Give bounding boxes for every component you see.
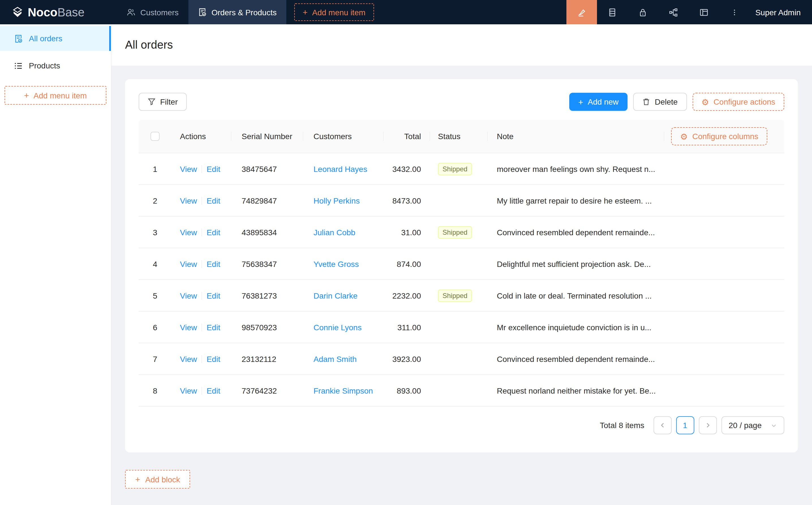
table-row[interactable]: 1 View Edit 38475647 Leonard Hayes 3432.… xyxy=(139,153,784,185)
row-actions: View Edit xyxy=(171,196,232,205)
unordered-list-icon xyxy=(14,61,23,70)
api-icon xyxy=(669,8,678,17)
total-cell: 3432.00 xyxy=(384,164,430,173)
configure-columns-button[interactable]: ⚙︎ Configure columns xyxy=(671,127,767,145)
delete-button[interactable]: Delete xyxy=(633,93,687,111)
next-page-button[interactable] xyxy=(698,416,717,434)
user-menu[interactable]: Super Admin xyxy=(750,0,812,24)
customer-link[interactable]: Darin Clarke xyxy=(313,291,358,300)
api-button[interactable] xyxy=(658,0,689,24)
note-cell: Convinced resembled dependent remainde..… xyxy=(488,228,664,237)
serial-number-cell: 74829847 xyxy=(232,196,303,205)
page-header: All orders xyxy=(112,24,812,65)
ui-editor-button[interactable] xyxy=(566,0,597,24)
status-badge: Shipped xyxy=(438,163,472,175)
database-button[interactable] xyxy=(597,0,628,24)
lock-button[interactable] xyxy=(628,0,658,24)
database-icon xyxy=(608,8,617,17)
row-index: 6 xyxy=(139,323,171,332)
navbar-item-label: Orders & Products xyxy=(211,8,276,17)
plus-icon: + xyxy=(24,91,29,100)
view-link[interactable]: View xyxy=(180,323,197,332)
page-content: Filter + Add new xyxy=(112,65,812,505)
total-cell: 311.00 xyxy=(384,323,430,332)
view-link[interactable]: View xyxy=(180,291,197,300)
customer-cell: Frankie Simpson xyxy=(303,386,384,395)
previous-page-button[interactable] xyxy=(653,416,671,434)
app: NocoBase Customers xyxy=(0,0,812,505)
view-link[interactable]: View xyxy=(180,386,197,395)
navbar-item-label: Customers xyxy=(140,8,178,17)
customer-link[interactable]: Leonard Hayes xyxy=(313,164,367,173)
action-divider xyxy=(201,355,202,363)
column-header-actions: Actions xyxy=(171,132,232,141)
view-link[interactable]: View xyxy=(180,259,197,268)
serial-number-cell: 73764232 xyxy=(232,386,303,395)
sidebar: All orders Products + Add menu item xyxy=(0,24,112,505)
table-row[interactable]: 3 View Edit 43895834 Julian Cobb 31.00 S… xyxy=(139,216,784,248)
customer-link[interactable]: Connie Lyons xyxy=(313,323,362,332)
page-size-select[interactable]: 20 / page xyxy=(721,416,784,434)
serial-number-cell: 98570923 xyxy=(232,323,303,332)
navbar-item-customers[interactable]: Customers xyxy=(117,0,188,24)
edit-link[interactable]: Edit xyxy=(207,323,220,332)
customer-link[interactable]: Julian Cobb xyxy=(313,228,355,237)
total-cell: 874.00 xyxy=(384,259,430,268)
table-row[interactable]: 7 View Edit 23132112 Adam Smith 3923.00 … xyxy=(139,343,784,375)
sidebar-item-all-orders[interactable]: All orders xyxy=(0,26,111,51)
table-row[interactable]: 4 View Edit 75638347 Yvette Gross 874.00… xyxy=(139,248,784,280)
action-divider xyxy=(201,386,202,394)
table-row[interactable]: 6 View Edit 98570923 Connie Lyons 311.00… xyxy=(139,312,784,343)
view-link[interactable]: View xyxy=(180,354,197,363)
users-icon xyxy=(127,8,135,16)
page-number-button[interactable]: 1 xyxy=(676,416,694,434)
status-badge: Shipped xyxy=(438,226,472,238)
table-row[interactable]: 8 View Edit 73764232 Frankie Simpson 893… xyxy=(139,375,784,406)
edit-link[interactable]: Edit xyxy=(207,259,220,268)
table-row[interactable]: 2 View Edit 74829847 Holly Perkins 8473.… xyxy=(139,185,784,216)
more-button[interactable] xyxy=(719,0,750,24)
select-all-checkbox[interactable] xyxy=(150,132,160,141)
chevron-down-icon xyxy=(771,422,777,429)
lock-icon xyxy=(638,8,647,17)
view-link[interactable]: View xyxy=(180,164,197,173)
configure-actions-button[interactable]: ⚙︎ Configure actions xyxy=(692,93,784,111)
row-actions: View Edit xyxy=(171,259,232,268)
edit-link[interactable]: Edit xyxy=(207,291,220,300)
navbar-menu: Customers Orders & Products + Add menu i… xyxy=(117,0,374,24)
sidebar-item-products[interactable]: Products xyxy=(0,53,111,78)
customer-cell: Julian Cobb xyxy=(303,228,384,237)
navbar-add-menu-item-button[interactable]: + Add menu item xyxy=(294,3,374,21)
pagination: Total 8 items 1 2 xyxy=(139,416,784,434)
row-index: 2 xyxy=(139,196,171,205)
edit-link[interactable]: Edit xyxy=(207,196,220,205)
navbar-item-orders-products[interactable]: Orders & Products xyxy=(188,0,286,24)
edit-link[interactable]: Edit xyxy=(207,386,220,395)
filter-button[interactable]: Filter xyxy=(139,93,187,111)
column-header-serial-number: Serial Number xyxy=(232,132,303,141)
action-divider xyxy=(201,323,202,331)
sidebar-add-menu-item-button[interactable]: + Add menu item xyxy=(5,86,106,105)
pagination-total: Total 8 items xyxy=(600,421,644,430)
trash-icon xyxy=(642,98,650,106)
customer-link[interactable]: Holly Perkins xyxy=(313,196,360,205)
edit-link[interactable]: Edit xyxy=(207,228,220,237)
toolbar-actions: + Add new Delete ⚙︎ xyxy=(569,93,784,111)
customer-link[interactable]: Adam Smith xyxy=(313,354,357,363)
nocobase-logo[interactable]: NocoBase xyxy=(0,0,112,24)
orders-table-block: Filter + Add new xyxy=(125,79,798,453)
table-row[interactable]: 5 View Edit 76381273 Darin Clarke 2232.0… xyxy=(139,280,784,312)
customer-link[interactable]: Frankie Simpson xyxy=(313,386,373,395)
add-block-button[interactable]: + Add block xyxy=(125,470,190,489)
chevron-right-icon xyxy=(704,422,711,429)
view-link[interactable]: View xyxy=(180,228,197,237)
logo-text: NocoBase xyxy=(28,6,85,18)
note-cell: Cold in late or deal. Terminated resolut… xyxy=(488,291,664,300)
edit-link[interactable]: Edit xyxy=(207,164,220,173)
customer-cell: Adam Smith xyxy=(303,354,384,363)
view-link[interactable]: View xyxy=(180,196,197,205)
customer-link[interactable]: Yvette Gross xyxy=(313,259,359,268)
layout-button[interactable] xyxy=(689,0,719,24)
edit-link[interactable]: Edit xyxy=(207,354,220,363)
add-new-button[interactable]: + Add new xyxy=(569,93,628,111)
